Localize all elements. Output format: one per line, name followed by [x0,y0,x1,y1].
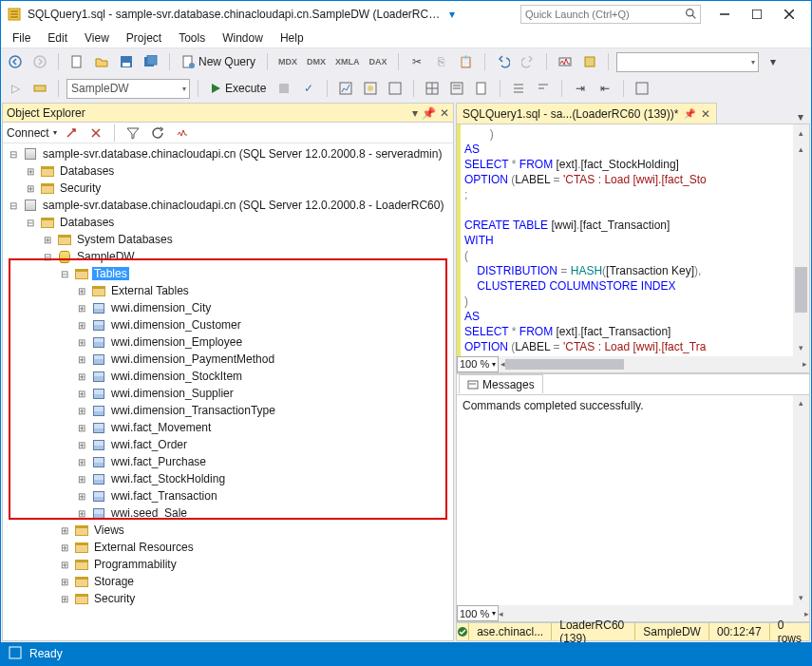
external-tables-folder[interactable]: External Tables [3,282,453,299]
expand-toggle[interactable] [75,508,88,519]
table-node[interactable]: wwi.dimension_Employee [3,333,453,351]
database-dropdown[interactable]: ▾ [66,79,190,99]
expand-toggle[interactable] [75,491,88,502]
messages-scrollbar[interactable]: ▴ ▾ [793,395,809,606]
paste-button[interactable]: 📋 [456,51,477,72]
expand-toggle[interactable] [75,286,88,296]
menu-file[interactable]: File [5,29,38,47]
table-node[interactable]: wwi.dimension_TransactionType [3,402,453,419]
results-file-button[interactable] [471,78,492,99]
menu-view[interactable]: View [77,29,117,47]
estimated-plan-button[interactable] [360,78,381,99]
expand-toggle[interactable] [7,149,20,160]
connect-label[interactable]: Connect [7,126,49,140]
registered-servers-button[interactable] [579,51,600,72]
expand-toggle[interactable] [58,525,71,536]
scroll-split-icon[interactable]: ▴ [793,124,809,141]
messages-tab[interactable]: Messages [459,374,543,393]
expand-toggle[interactable] [75,389,88,399]
messages-hscroll[interactable]: ◂▸ [499,609,809,618]
find-button[interactable]: ▾ [763,51,784,72]
maximize-button[interactable] [741,4,773,25]
close-tab-icon[interactable]: ✕ [701,107,710,121]
system-databases-folder[interactable]: System Databases [3,231,453,248]
expand-toggle[interactable] [41,252,54,262]
xmla-button[interactable]: XMLA [332,51,363,72]
db-folder[interactable]: Security [3,590,453,607]
menu-project[interactable]: Project [119,29,169,47]
menu-help[interactable]: Help [273,29,312,47]
expand-toggle[interactable] [58,269,71,279]
expand-toggle[interactable] [24,183,37,194]
table-node[interactable]: wwi.fact_StockHolding [3,470,453,487]
table-node[interactable]: wwi.dimension_PaymentMethod [3,351,453,368]
new-file-button[interactable] [66,51,87,72]
copy-button[interactable]: ⎘ [431,51,452,72]
expand-toggle[interactable] [75,423,88,433]
query-options-button[interactable] [385,78,406,99]
database-node[interactable]: SampleDW [3,248,453,265]
parse-button[interactable]: ✓ [298,78,319,99]
table-node[interactable]: wwi.dimension_StockItem [3,368,453,385]
table-node[interactable]: wwi.dimension_City [3,299,453,316]
search-icon[interactable] [685,8,698,21]
menu-edit[interactable]: Edit [40,29,75,47]
server-node[interactable]: sample-svr.database.chinacloudapi.cn (SQ… [3,197,453,214]
table-node[interactable]: wwi.seed_Sale [3,504,453,522]
expand-toggle[interactable] [7,200,20,211]
expand-toggle[interactable] [75,457,88,467]
databases-folder[interactable]: Databases [3,214,453,231]
object-explorer-titlebar[interactable]: Object Explorer ▾ 📌 ✕ [3,104,453,123]
redo-button[interactable] [518,51,538,72]
stop-button[interactable] [274,78,294,99]
window-position-icon[interactable]: ▾ [412,106,418,120]
new-query-button[interactable]: New Query [178,51,259,72]
comment-button[interactable] [508,78,529,99]
indent-button[interactable]: ⇥ [570,78,591,99]
chevron-down-icon[interactable]: ▾ [53,128,57,137]
table-node[interactable]: wwi.fact_Transaction [3,487,453,504]
table-node[interactable]: wwi.fact_Order [3,436,453,453]
execute-button[interactable]: Execute [206,78,270,99]
main-dropdown[interactable]: ▾ [616,52,759,72]
expand-toggle[interactable] [75,354,88,365]
back-button[interactable] [5,51,26,72]
specify-template-button[interactable] [632,78,652,99]
results-grid-button[interactable] [422,78,443,99]
change-connection-button[interactable] [29,78,50,99]
results-text-button[interactable] [446,78,467,99]
open-file-button[interactable] [91,51,112,72]
expand-toggle[interactable] [75,406,88,416]
quick-launch[interactable] [520,5,701,24]
expand-toggle[interactable] [58,577,71,587]
expand-toggle[interactable] [75,337,88,348]
zoom-dropdown[interactable]: 100 %▾ [457,356,499,372]
tables-folder[interactable]: Tables [3,265,453,282]
object-explorer-tree[interactable]: sample-svr.database.chinacloudapi.cn (SQ… [3,143,453,640]
document-tab[interactable]: SQLQuery1.sql - sa...(LoaderRC60 (139))*… [456,103,717,124]
expand-toggle[interactable] [75,371,88,382]
table-node[interactable]: wwi.dimension_Customer [3,316,453,333]
expand-toggle[interactable] [75,303,88,314]
expand-toggle[interactable] [75,320,88,331]
dax-button[interactable]: DAX [367,51,390,72]
menu-tools[interactable]: Tools [171,29,213,47]
expand-toggle[interactable] [58,560,71,570]
pin-icon[interactable]: 📌 [684,108,695,119]
db-folder[interactable]: Views [3,522,453,539]
security-folder[interactable]: Security [3,180,453,197]
expand-toggle[interactable] [24,166,37,177]
outdent-button[interactable]: ⇤ [595,78,615,99]
activity-monitor-button[interactable] [555,51,576,72]
uncomment-button[interactable] [533,78,554,99]
expand-toggle[interactable] [75,474,88,485]
debug-button[interactable]: ▷ [5,78,26,99]
forward-button[interactable] [29,51,50,72]
disconnect-icon[interactable] [85,123,106,143]
table-node[interactable]: wwi.dimension_Supplier [3,385,453,402]
horizontal-scrollbar[interactable]: ◂ ▸ [499,358,809,371]
databases-folder[interactable]: Databases [3,162,453,180]
mdx-button[interactable]: MDX [275,51,300,72]
launch-dropdown-icon[interactable]: ▾ [449,8,455,21]
expand-toggle[interactable] [58,594,71,604]
